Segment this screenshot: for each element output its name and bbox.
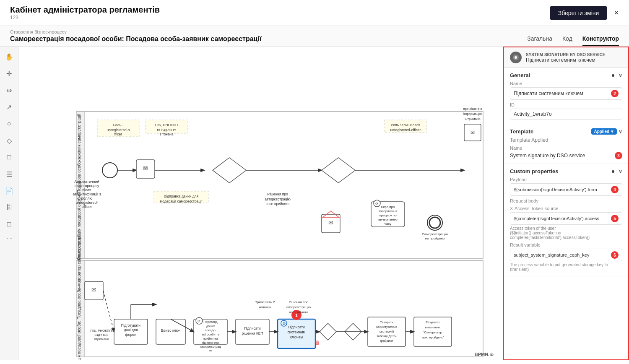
svg-text:Відправка даних для: Відправка даних для — [164, 194, 199, 198]
result-field[interactable]: subject_system_signature_ceph_key 6 — [510, 249, 622, 261]
xaccess-hint: Access token of the user(${initiator().a… — [510, 226, 622, 240]
tool-diamond[interactable]: ◇ — [3, 134, 16, 147]
svg-text:модерації самореєстрації: модерації самореєстрації — [160, 199, 203, 203]
svg-text:Рішення про: Рішення про — [267, 192, 288, 196]
svg-text:⟳: ⟳ — [375, 202, 379, 206]
svg-text:дані для: дані для — [124, 328, 138, 332]
custom-properties-header[interactable]: Custom properties ∨ — [510, 168, 622, 174]
svg-text:ацію пройдено': ацію пройдено' — [422, 335, 444, 339]
svg-text:Користувача в: Користувача в — [376, 325, 397, 329]
custom-dot — [612, 170, 614, 173]
tool-arrow[interactable]: ↗ — [3, 100, 16, 114]
tool-doc[interactable]: 📄 — [3, 184, 16, 198]
svg-text:Створити: Створити — [380, 320, 394, 324]
tool-db[interactable]: 🗄 — [3, 201, 16, 214]
tool-special[interactable]: ⌒ — [3, 234, 16, 248]
svg-text:та ЄДРПОУ: та ЄДРПОУ — [157, 128, 177, 132]
general-dot — [612, 74, 614, 77]
save-button[interactable]: Зберегти зміни — [550, 6, 608, 20]
tab-constructor[interactable]: Конструктор — [582, 35, 619, 46]
svg-text:системній: системній — [379, 330, 394, 333]
xaccess-field[interactable]: ${completer('signDecisionActivity').acce… — [510, 212, 622, 225]
svg-text:фабрики: фабрики — [380, 339, 393, 343]
svg-text:автентифікації з: автентифікації з — [73, 192, 101, 196]
template-name-row: System signature by DSO service 3 — [510, 152, 622, 159]
svg-text:Самореєстрація посадової особи: Самореєстрація посадової особи: Посадова… — [77, 234, 81, 360]
payload-badge: 4 — [611, 186, 619, 193]
svg-text:посадо-: посадо- — [205, 328, 216, 332]
applied-badge: Applied ▼ — [591, 128, 617, 135]
service-name: SYSTEM SIGNATURE BY DSO SERVICE — [526, 52, 605, 57]
tool-select[interactable]: ✛ — [3, 67, 16, 80]
app-subtitle: 123 — [10, 15, 160, 21]
svg-text:unregistered-: unregistered- — [75, 200, 98, 205]
panel-header-text: SYSTEM SIGNATURE BY DSO SERVICE Підписат… — [526, 52, 605, 63]
tool-hand[interactable]: ✋ — [3, 50, 16, 63]
svg-text:✉: ✉ — [91, 286, 96, 293]
svg-text:прийнятка: прийнятка — [203, 337, 218, 341]
name-field[interactable]: Підписати системним ключем 2 — [510, 87, 622, 100]
svg-text:завершення: завершення — [378, 209, 397, 213]
svg-text:✉: ✉ — [470, 130, 475, 135]
result-value: subject_system_signature_ceph_key — [514, 252, 611, 257]
tab-general[interactable]: Загальна — [527, 35, 552, 46]
svg-text:вичерпанню: вичерпанню — [378, 218, 397, 221]
svg-text:Інфо про: Інфо про — [381, 205, 395, 209]
svg-text:ПІБ, РНОКПП,: ПІБ, РНОКПП, — [90, 329, 112, 333]
svg-text:хвилини: хвилини — [259, 305, 272, 309]
svg-text:таблиці Дата-: таблиці Дата- — [377, 334, 397, 338]
tool-list[interactable]: ☰ — [3, 167, 16, 181]
general-chevron: ∨ — [619, 73, 622, 78]
xaccess-badge: 5 — [611, 215, 619, 222]
template-name-badge: 3 — [615, 152, 622, 159]
svg-point-7 — [102, 163, 117, 178]
svg-text:⚙: ⚙ — [282, 321, 286, 326]
svg-text:авторєєстрацію: авторєєстрацію — [286, 305, 311, 309]
template-section-header[interactable]: Template Applied ▼ ∨ — [510, 128, 622, 135]
bpmn-canvas: Самореєстрація посадової особи: Посадова… — [18, 47, 503, 360]
svg-text:Підписати: Підписати — [244, 326, 261, 330]
svg-point-130 — [515, 56, 517, 59]
svg-text:не прийнято: не прийнято — [289, 310, 308, 314]
tool-box[interactable]: □ — [3, 218, 16, 231]
svg-text:unregistered-officer: unregistered-officer — [390, 128, 421, 132]
payload-value: ${submission('signDecisionActivity').for… — [514, 187, 611, 192]
svg-text:рішення про: рішення про — [202, 341, 220, 345]
close-button[interactable]: × — [614, 8, 619, 18]
svg-text:🗑: 🗑 — [315, 340, 320, 346]
tool-connect[interactable]: ⇔ — [3, 83, 16, 97]
svg-text:з токена: з токена — [160, 132, 174, 136]
template-label: Template — [510, 128, 533, 135]
svg-text:інформацію: інформацію — [463, 112, 482, 116]
breadcrumb: Створення бізнес-процесу — [10, 29, 261, 34]
diagram-area[interactable]: Самореєстрація посадової особи: Посадова… — [18, 47, 503, 360]
template-name-label: Name — [510, 146, 622, 151]
right-panel: SYSTEM SIGNATURE BY DSO SERVICE Підписат… — [503, 47, 629, 360]
page-title: Самореєстрація посадової особи: Посадова… — [10, 35, 261, 46]
svg-text:самореєстрац: самореєстрац — [200, 345, 221, 348]
svg-text:Тривалість 2: Тривалість 2 — [255, 300, 275, 304]
payload-label: Payload — [510, 177, 622, 182]
template-applied-text: Template Applied — [510, 137, 622, 143]
svg-text:авторєєстрацію: авторєєстрацію — [265, 197, 291, 201]
name-value: Підписати системним ключем — [514, 91, 611, 96]
result-label: Result variable — [510, 242, 622, 247]
tab-code[interactable]: Код — [562, 35, 572, 46]
general-label: General — [510, 72, 530, 78]
id-field[interactable]: Activity_1wrab7o — [510, 109, 622, 120]
header: Кабінет адміністратора регламентів 123 З… — [0, 0, 629, 26]
svg-text:unregistered-o: unregistered-o — [107, 128, 130, 132]
service-sub: Підписати системним ключем — [526, 57, 605, 63]
svg-text:ключем: ключем — [290, 335, 303, 339]
payload-field[interactable]: ${submission('signDecisionActivity').for… — [510, 183, 622, 196]
general-section-header[interactable]: General ∨ — [510, 72, 622, 78]
svg-text:⟳: ⟳ — [198, 319, 201, 323]
svg-text:BPMN.io: BPMN.io — [475, 352, 494, 357]
svg-text:'Самореєстр: 'Самореєстр — [424, 330, 442, 334]
sub-header: Створення бізнес-процесу Самореєстрація … — [0, 26, 629, 47]
tool-rect[interactable]: □ — [3, 151, 16, 164]
tool-circle[interactable]: ○ — [3, 117, 16, 130]
svg-text:роллю: роллю — [81, 196, 92, 200]
result-badge: 6 — [611, 251, 619, 259]
name-badge: 2 — [611, 90, 619, 97]
